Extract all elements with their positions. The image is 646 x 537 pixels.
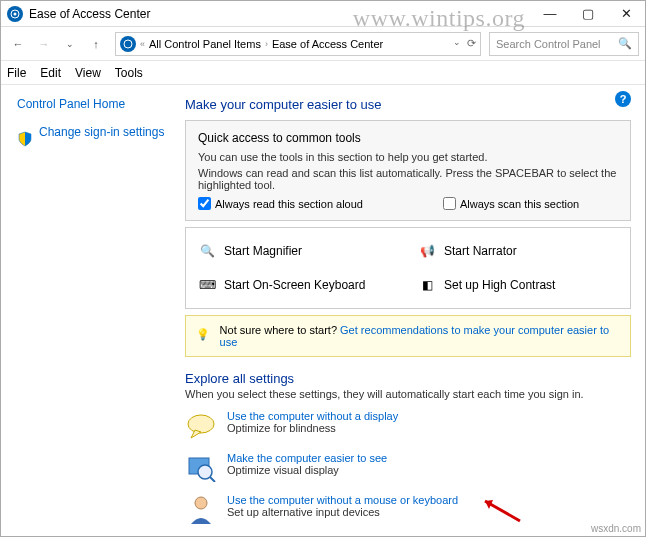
close-button[interactable]: ✕ (607, 1, 645, 27)
setting-no-display-desc: Optimize for blindness (227, 422, 398, 434)
magnifier-icon: 🔍 (198, 242, 216, 260)
lightbulb-icon: 💡 (196, 328, 212, 344)
menu-tools[interactable]: Tools (115, 66, 143, 80)
help-icon[interactable]: ? (615, 91, 631, 107)
chevron-right-icon: › (265, 39, 268, 49)
annotation-arrow (475, 496, 525, 526)
back-button[interactable]: ← (7, 33, 29, 55)
recent-dropdown[interactable]: ⌄ (59, 33, 81, 55)
check-scan[interactable]: Always scan this section (443, 197, 579, 210)
tool-contrast[interactable]: ◧Set up High Contrast (418, 276, 618, 294)
breadcrumb-current[interactable]: Ease of Access Center (272, 38, 383, 50)
svg-point-1 (14, 12, 17, 15)
tool-magnifier[interactable]: 🔍Start Magnifier (198, 242, 398, 260)
narrator-icon: 📢 (418, 242, 436, 260)
tip-bar: 💡 Not sure where to start? Get recommend… (185, 315, 631, 357)
setting-no-mouse-keyboard: Use the computer without a mouse or keyb… (185, 494, 631, 526)
nav-toolbar: ← → ⌄ ↑ « All Control Panel Items › Ease… (1, 27, 645, 61)
keyboard-icon: ⌨ (198, 276, 216, 294)
quick-access-p1: You can use the tools in this section to… (198, 151, 618, 163)
ease-of-access-icon (120, 36, 136, 52)
search-placeholder: Search Control Panel (496, 38, 601, 50)
crumb-sep-icon: « (140, 39, 145, 49)
speech-bubble-icon (185, 410, 217, 442)
magnify-screen-icon (185, 452, 217, 484)
quick-access-box: Quick access to common tools You can use… (185, 120, 631, 221)
main-content: ? Make your computer easier to use Quick… (181, 85, 645, 536)
setting-no-display-link[interactable]: Use the computer without a display (227, 410, 398, 422)
shield-icon (17, 131, 33, 147)
check-read-aloud[interactable]: Always read this section aloud (198, 197, 363, 210)
app-icon (7, 6, 23, 22)
svg-point-3 (188, 415, 214, 433)
explore-header: Explore all settings (185, 371, 631, 386)
tip-pre: Not sure where to start? (220, 324, 340, 336)
check-read-aloud-box[interactable] (198, 197, 211, 210)
svg-point-5 (198, 465, 212, 479)
setting-easier-see-link[interactable]: Make the computer easier to see (227, 452, 387, 464)
menu-file[interactable]: File (7, 66, 26, 80)
person-icon (185, 494, 217, 526)
search-input[interactable]: Search Control Panel 🔍 (489, 32, 639, 56)
tool-osk[interactable]: ⌨Start On-Screen Keyboard (198, 276, 398, 294)
menu-bar: File Edit View Tools (1, 61, 645, 85)
minimize-button[interactable]: — (531, 1, 569, 27)
contrast-icon: ◧ (418, 276, 436, 294)
page-header: Make your computer easier to use (185, 97, 631, 112)
sidebar-home-link[interactable]: Control Panel Home (17, 97, 173, 111)
setting-no-display: Use the computer without a displayOptimi… (185, 410, 631, 442)
tools-box: 🔍Start Magnifier 📢Start Narrator ⌨Start … (185, 227, 631, 309)
sidebar-signin-link[interactable]: Change sign-in settings (39, 125, 164, 139)
svg-point-2 (124, 40, 132, 48)
breadcrumb-parent[interactable]: All Control Panel Items (149, 38, 261, 50)
refresh-button[interactable]: ⟳ (467, 37, 476, 50)
window-title: Ease of Access Center (29, 7, 150, 21)
menu-view[interactable]: View (75, 66, 101, 80)
address-bar[interactable]: « All Control Panel Items › Ease of Acce… (115, 32, 481, 56)
setting-no-mouse-keyboard-link[interactable]: Use the computer without a mouse or keyb… (227, 494, 458, 506)
sidebar: Control Panel Home Change sign-in settin… (1, 85, 181, 536)
menu-edit[interactable]: Edit (40, 66, 61, 80)
maximize-button[interactable]: ▢ (569, 1, 607, 27)
address-dropdown[interactable]: ⌄ (453, 37, 461, 50)
setting-easier-see-desc: Optimize visual display (227, 464, 387, 476)
forward-button[interactable]: → (33, 33, 55, 55)
explore-sub: When you select these settings, they wil… (185, 388, 631, 400)
quick-access-title: Quick access to common tools (198, 131, 618, 145)
tool-narrator[interactable]: 📢Start Narrator (418, 242, 618, 260)
quick-access-p2: Windows can read and scan this list auto… (198, 167, 618, 191)
up-button[interactable]: ↑ (85, 33, 107, 55)
search-icon: 🔍 (618, 37, 632, 50)
svg-point-7 (195, 497, 207, 509)
check-scan-box[interactable] (443, 197, 456, 210)
svg-line-6 (210, 477, 215, 482)
setting-easier-see: Make the computer easier to seeOptimize … (185, 452, 631, 484)
title-bar: Ease of Access Center — ▢ ✕ (1, 1, 645, 27)
setting-no-mouse-keyboard-desc: Set up alternative input devices (227, 506, 458, 518)
